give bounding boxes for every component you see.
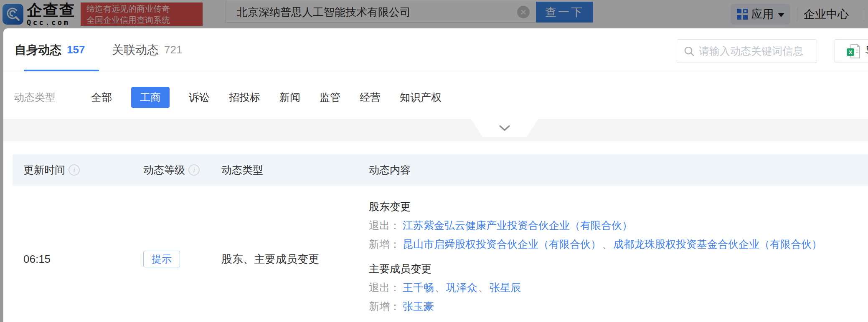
content-change-line: 退出：江苏紫金弘云健康产业投资合伙企业（有限合伙） [369,216,868,235]
filter-option-3[interactable]: 诉讼 [189,91,210,104]
separator: 、 [435,281,445,294]
tab-label: 自身动态 [15,42,61,58]
entity-link[interactable]: 成都龙珠股权投资基金合伙企业（有限合伙） [613,237,822,251]
screen: 企查查 Qcc.com 缔造有远见的商业传奇 全国企业信用查询系统 北京深纳普思… [0,0,868,322]
svg-text:X: X [849,49,853,55]
excel-icon: X [846,43,861,59]
type-cell: 股东、主要成员变更 [211,252,358,267]
filter-options: 全部工商诉讼招投标新闻监管经营知识产权 [91,87,442,108]
entity-link[interactable]: 昆山市启舜股权投资合伙企业（有限合伙） [403,237,601,251]
column-header-label: 动态内容 [369,163,411,177]
column-header-label: 动态等级 [143,163,185,177]
level-cell: 提示 [132,251,211,267]
content-title: 主要成员变更 [369,259,868,278]
collapse-band [3,119,868,141]
entity-link[interactable]: 巩泽众 [446,281,477,294]
content-change-line: 新增：张玉豪 [369,297,868,316]
change-direction-label: 退出： [369,219,400,232]
dynamics-table: 更新时间i动态等级i动态类型动态内容 06:15 提示 股东、主要成员变更 股东… [13,154,868,322]
collapse-button[interactable] [471,119,538,137]
filter-option-1[interactable]: 全部 [91,91,112,104]
dynamics-type-filter: 动态类型 全部工商诉讼招投标新闻监管经营知识产权 [14,77,442,117]
content-change-line: 新增：昆山市启舜股权投资合伙企业（有限合伙）、成都龙珠股权投资基金合伙企业（有限… [369,235,868,254]
level-badge: 提示 [143,251,180,267]
table-header-row: 更新时间i动态等级i动态类型动态内容 [13,154,868,186]
separator: 、 [602,237,612,251]
tab-related-dynamics[interactable]: 关联动态 721 [112,28,182,71]
filter-option-5[interactable]: 新闻 [279,91,300,104]
update-time-cell: 06:15 [13,253,132,266]
filter-option-2[interactable]: 工商 [131,87,170,108]
tab-label: 关联动态 [112,42,159,58]
entity-link[interactable]: 张星辰 [490,281,521,294]
change-direction-label: 退出： [369,281,400,294]
filter-option-7[interactable]: 经营 [360,91,381,104]
active-tab-underline [24,70,99,71]
export-label: 导出 [865,44,868,58]
content-title: 股东变更 [369,197,868,216]
entity-link[interactable]: 王千畅 [403,281,434,294]
search-icon [684,46,695,57]
tab-count-badge: 721 [164,43,182,56]
tab-count-badge: 157 [67,43,85,56]
column-header-label: 更新时间 [23,163,65,177]
separator: 、 [478,281,489,294]
entity-link[interactable]: 张玉豪 [403,299,434,313]
keyword-search-box[interactable]: 请输入动态关键词信息 [677,39,817,63]
chevron-down-icon [498,125,511,131]
export-button[interactable]: X 导出 [835,39,868,63]
keyword-search-placeholder: 请输入动态关键词信息 [699,44,803,58]
filter-option-8[interactable]: 知识产权 [400,91,442,104]
column-header-3: 动态类型 [211,163,358,177]
filter-option-6[interactable]: 监管 [320,91,340,104]
column-header-4: 动态内容 [358,163,868,177]
tab-self-dynamics[interactable]: 自身动态 157 [15,28,85,71]
change-direction-label: 新增： [369,299,400,313]
column-header-2: 动态等级i [132,163,211,177]
content-change-line: 退出：王千畅、巩泽众、张星辰 [369,278,868,297]
tabs-bar: 自身动态 157 关联动态 721 请输入动态关键词信息 [3,28,868,71]
filter-option-4[interactable]: 招投标 [229,91,260,104]
column-header-1: 更新时间i [13,163,132,177]
table-row: 06:15 提示 股东、主要成员变更 股东变更退出：江苏紫金弘云健康产业投资合伙… [13,186,868,322]
entity-link[interactable]: 江苏紫金弘云健康产业投资合伙企业（有限合伙） [403,219,632,232]
content-cell: 股东变更退出：江苏紫金弘云健康产业投资合伙企业（有限合伙）新增：昆山市启舜股权投… [358,186,868,316]
column-header-label: 动态类型 [221,163,263,177]
dynamics-modal: 自身动态 157 关联动态 721 请输入动态关键词信息 [3,28,868,322]
info-icon[interactable]: i [69,164,80,176]
info-icon[interactable]: i [188,164,200,176]
filter-label: 动态类型 [14,91,56,104]
change-direction-label: 新增： [369,237,400,251]
